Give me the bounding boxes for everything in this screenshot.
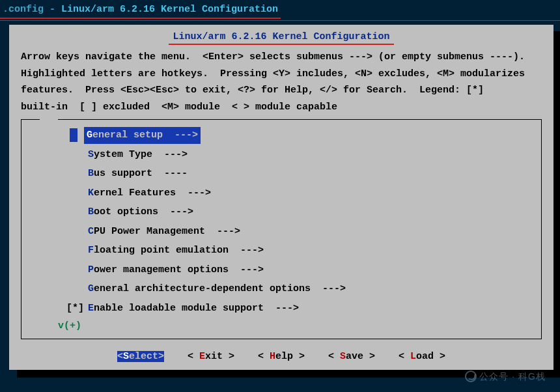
button-exit[interactable]: < Exit >: [188, 351, 234, 362]
button-load[interactable]: < Load >: [399, 351, 445, 362]
menu-item-5[interactable]: CPU Power Management --->: [21, 222, 541, 242]
menu-label: Kernel Features --->: [88, 185, 211, 202]
menu-label: Enable loadable module support --->: [88, 300, 299, 317]
menu-label: Boot options --->: [88, 204, 193, 221]
menu-item-6[interactable]: Floating point emulation --->: [21, 241, 541, 260]
menu-item-3[interactable]: Kernel Features --->: [21, 184, 541, 203]
menu-mark: [*]: [58, 300, 84, 317]
menu-frame: General setup --->System Type --->Bus su…: [21, 119, 542, 339]
more-indicator: v(+): [21, 318, 541, 335]
menu-item-2[interactable]: Bus support ----: [21, 164, 541, 184]
title-main: Linux/arm 6.2.16 Kernel Configuration: [61, 4, 278, 15]
help-text: Arrow keys navigate the menu. <Enter> se…: [21, 49, 542, 115]
menu-label: CPU Power Management --->: [88, 223, 240, 240]
menu-item-0[interactable]: General setup --->: [21, 126, 541, 145]
button-save[interactable]: < Save >: [328, 351, 375, 362]
panel-title: Linux/arm 6.2.16 Kernel Configuration: [21, 31, 542, 45]
menu-item-7[interactable]: Power management options --->: [21, 260, 541, 280]
menu-label: Power management options --->: [88, 262, 264, 279]
selection-cursor: [70, 128, 77, 142]
title-prefix: .config -: [3, 4, 61, 15]
menu-item-1[interactable]: System Type --->: [21, 145, 541, 165]
menu-label: System Type --->: [88, 147, 188, 163]
button-bar: <Select>< Exit >< Help >< Save >< Load >: [21, 351, 542, 362]
config-panel: Linux/arm 6.2.16 Kernel Configuration Ar…: [9, 25, 553, 370]
button-help[interactable]: < Help >: [258, 351, 305, 362]
menu-item-8[interactable]: General architecture-dependent options -…: [21, 279, 541, 299]
wechat-icon: [465, 371, 477, 382]
watermark: 公众号 · 科G栈: [465, 371, 546, 383]
menu-label: General architecture-dependent options -…: [88, 281, 346, 298]
menu-label: Bus support ----: [88, 165, 188, 182]
menu-label: General setup --->: [84, 127, 201, 144]
menu-label: Floating point emulation --->: [88, 242, 264, 259]
separator: [0, 20, 560, 21]
button-select[interactable]: <Select>: [117, 351, 164, 362]
window-title: .config - Linux/arm 6.2.16 Kernel Config…: [0, 0, 281, 19]
menu-item-9[interactable]: [*]Enable loadable module support --->: [21, 299, 541, 318]
menu-item-4[interactable]: Boot options --->: [21, 203, 541, 222]
